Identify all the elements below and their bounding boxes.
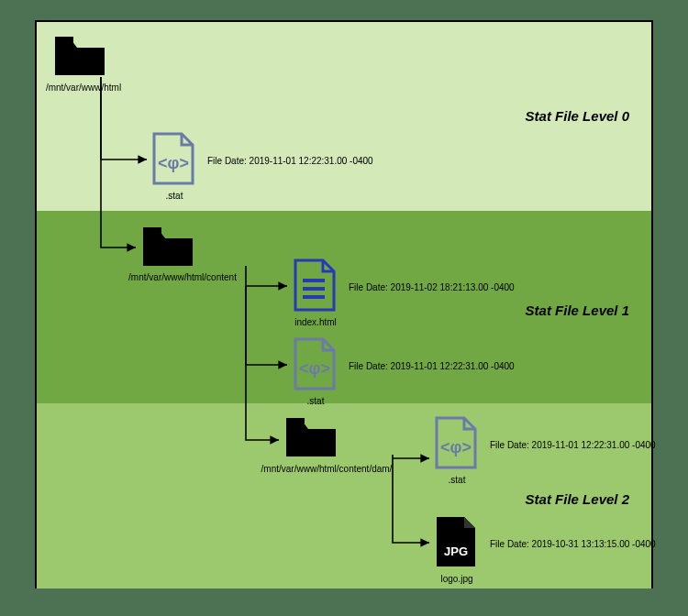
level-0-title: Stat File Level 0 [526,108,629,124]
folder-icon [139,222,196,270]
stat-file-diagram: Stat File Level 0 Stat File Level 1 Stat… [35,20,653,588]
file-stat2-label: .stat [440,475,473,485]
code-file-icon: <φ> [292,337,338,392]
file-stat1: <φ> [292,337,338,396]
file-stat0-date: File Date: 2019-11-01 12:22:31.00 -0400 [207,156,373,166]
svg-rect-0 [55,37,73,42]
code-file-icon: <φ> [433,416,479,471]
file-index-date: File Date: 2019-11-02 18:21:13.00 -0400 [349,282,515,292]
level-0-band: Stat File Level 0 [37,22,651,211]
folder-content [139,222,196,273]
folder-dam [283,412,339,464]
level-2-band: Stat File Level 2 [37,403,651,588]
svg-text:<φ>: <φ> [299,359,330,378]
level-1-band: Stat File Level 1 [37,211,651,403]
file-logo-label: logo.jpg [435,574,479,584]
folder-root [51,31,108,82]
svg-text:JPG: JPG [444,544,468,558]
file-logo: JPG [433,515,479,574]
doc-file-icon [292,258,338,314]
level-1-title: Stat File Level 1 [526,302,629,318]
file-stat0-label: .stat [156,191,193,201]
folder-icon [283,412,339,460]
file-stat0: <φ> [150,132,196,191]
folder-root-label: /mnt/var/www/html [42,82,125,93]
svg-text:<φ>: <φ> [158,154,189,172]
file-stat1-date: File Date: 2019-11-01 12:22:31.00 -0400 [349,361,515,371]
jpg-file-icon: JPG [433,515,479,570]
file-logo-date: File Date: 2019-10-31 13:13:15.00 -0400 [490,539,656,549]
file-index-label: index.html [290,317,341,327]
file-stat2-date: File Date: 2019-11-01 12:22:31.00 -0400 [490,440,656,450]
svg-text:<φ>: <φ> [440,438,472,456]
svg-rect-2 [143,227,161,233]
file-index [292,258,338,317]
folder-dam-label: /mnt/var/www/html/content/dam/ [253,464,400,474]
folder-icon [51,31,108,79]
file-stat1-label: .stat [299,396,332,406]
folder-content-label: /mnt/var/www/html/content [123,272,242,282]
file-stat2: <φ> [433,416,479,475]
level-2-title: Stat File Level 2 [526,491,629,507]
svg-rect-7 [286,418,305,424]
code-file-icon: <φ> [150,132,196,187]
